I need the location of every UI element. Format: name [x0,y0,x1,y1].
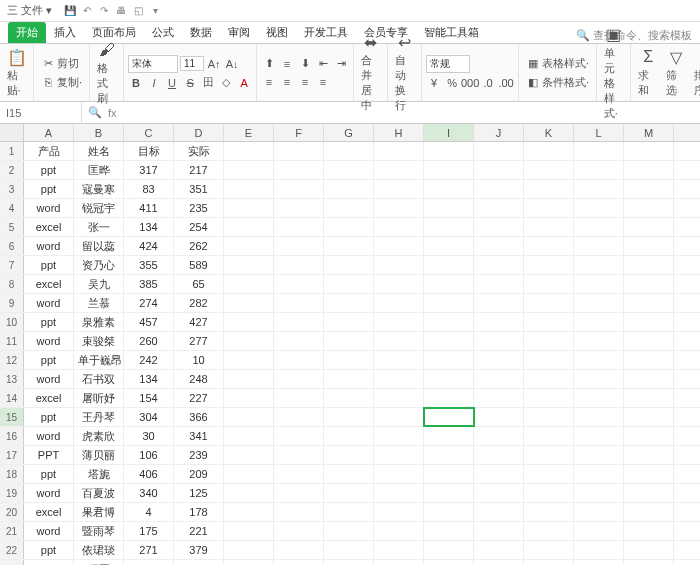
cell[interactable]: word [24,370,74,388]
cell[interactable] [424,180,474,198]
cell[interactable]: 424 [124,237,174,255]
cell[interactable] [374,237,424,255]
cell[interactable] [474,161,524,179]
col-header-B[interactable]: B [74,124,124,141]
row-header[interactable]: 21 [0,522,24,540]
cell[interactable]: word [24,484,74,502]
cell[interactable] [474,427,524,445]
cell[interactable] [524,237,574,255]
cell[interactable] [474,180,524,198]
cell[interactable] [224,541,274,559]
cell[interactable]: excel [24,218,74,236]
cell[interactable]: 虎素欣 [74,427,124,445]
cell[interactable] [424,275,474,293]
cell[interactable]: 209 [174,465,224,483]
cell[interactable] [574,370,624,388]
cell[interactable] [574,142,624,160]
row-header[interactable]: 11 [0,332,24,350]
cell[interactable] [324,161,374,179]
cell[interactable] [324,218,374,236]
cell[interactable]: 依珺琰 [74,541,124,559]
cell[interactable] [224,294,274,312]
cell[interactable]: excel [24,389,74,407]
name-box[interactable]: I15 [0,102,82,123]
cell[interactable] [524,446,574,464]
underline-button[interactable]: U [164,75,180,91]
align-middle-button[interactable]: ≡ [279,56,295,72]
cell[interactable] [374,142,424,160]
cell[interactable] [274,503,324,521]
cell[interactable] [624,484,674,502]
cell[interactable]: ppt [24,465,74,483]
col-header-M[interactable]: M [624,124,674,141]
cell[interactable] [474,256,524,274]
cell[interactable]: 匡晔 [74,161,124,179]
row-header[interactable]: 14 [0,389,24,407]
cell[interactable]: 65 [174,275,224,293]
cell[interactable] [474,142,524,160]
cell[interactable] [274,142,324,160]
cell[interactable] [374,332,424,350]
cell[interactable]: 178 [174,503,224,521]
cell[interactable] [574,484,624,502]
cell[interactable]: 目标 [124,142,174,160]
cell[interactable] [374,427,424,445]
strike-button[interactable]: S [182,75,198,91]
cell[interactable] [374,161,424,179]
indent-dec-button[interactable]: ⇤ [315,56,331,72]
cell[interactable] [574,313,624,331]
cell[interactable] [224,408,274,426]
align-left-button[interactable]: ≡ [261,74,277,90]
wrap-button[interactable]: ↩自动换行 [392,30,418,115]
cell[interactable] [474,465,524,483]
cell[interactable] [474,313,524,331]
cell[interactable] [524,351,574,369]
cell[interactable] [224,427,274,445]
cell[interactable] [474,275,524,293]
cell[interactable] [224,142,274,160]
cell[interactable] [474,389,524,407]
cell[interactable]: 366 [174,408,224,426]
cell[interactable]: 30 [124,427,174,445]
cell[interactable] [574,180,624,198]
cell[interactable] [474,503,524,521]
cell[interactable]: excel [24,275,74,293]
cell[interactable]: word [24,199,74,217]
cell[interactable]: 379 [174,541,224,559]
cell[interactable]: PPT [24,446,74,464]
cell[interactable] [624,199,674,217]
sum-button[interactable]: Σ求和 [635,45,661,100]
cell[interactable] [374,370,424,388]
grow-font-button[interactable]: A↑ [206,56,222,72]
col-header-I[interactable]: I [424,124,474,141]
cell[interactable] [624,256,674,274]
cell[interactable] [424,332,474,350]
row-header[interactable]: 22 [0,541,24,559]
cell[interactable]: 薄贝丽 [74,446,124,464]
cell[interactable] [424,161,474,179]
cell[interactable] [324,446,374,464]
cell[interactable] [474,560,524,565]
cell[interactable] [224,275,274,293]
command-search[interactable]: 🔍 查找命令、搜索模板 [576,28,692,43]
cell[interactable] [274,218,324,236]
cell[interactable] [624,446,674,464]
cell[interactable] [374,446,424,464]
cell[interactable] [224,484,274,502]
cell[interactable] [424,142,474,160]
row-header[interactable]: 13 [0,370,24,388]
cell[interactable] [324,256,374,274]
cell[interactable] [374,465,424,483]
cell[interactable] [524,313,574,331]
cell[interactable] [274,484,324,502]
zoom-icon[interactable]: 🔍 [88,106,102,119]
cell[interactable]: 262 [174,237,224,255]
row-header[interactable]: 4 [0,199,24,217]
cell[interactable] [524,294,574,312]
cell[interactable] [274,446,324,464]
cell[interactable]: 王丹琴 [74,408,124,426]
cell[interactable]: 498 [124,560,174,565]
cell[interactable] [574,351,624,369]
cell[interactable] [324,180,374,198]
indent-inc-button[interactable]: ⇥ [333,56,349,72]
